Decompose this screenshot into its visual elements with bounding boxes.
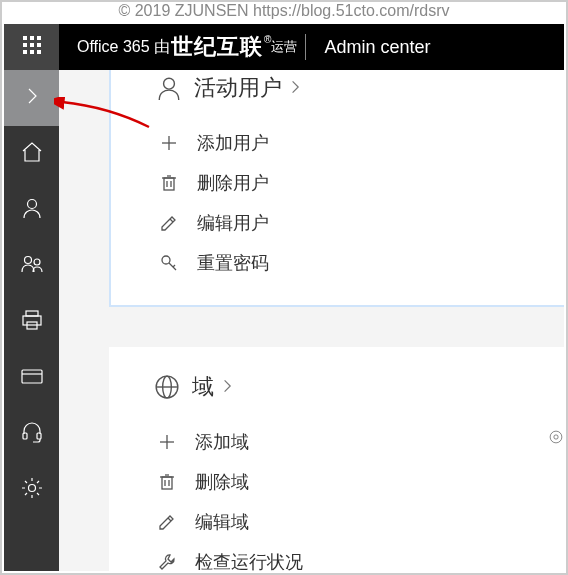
pencil-icon <box>157 512 187 532</box>
sidebar-item-support[interactable] <box>4 406 59 462</box>
app-launcher-button[interactable] <box>4 24 59 70</box>
card-domains: 域 添加域 删除域 <box>109 347 564 571</box>
chevron-right-icon <box>219 374 235 400</box>
svg-line-34 <box>169 263 176 270</box>
user-icon <box>20 196 44 224</box>
svg-rect-2 <box>37 36 41 40</box>
action-label: 重置密码 <box>189 251 269 275</box>
action-add-user[interactable]: 添加用户 <box>159 123 564 163</box>
sidebar-expand-toggle[interactable] <box>4 70 59 126</box>
svg-rect-1 <box>30 36 34 40</box>
action-label: 删除域 <box>187 470 249 494</box>
support-card-peek-icon <box>548 422 564 452</box>
action-label: 添加用户 <box>189 131 269 155</box>
left-nav <box>4 70 59 571</box>
svg-rect-15 <box>22 370 42 383</box>
header-divider <box>305 34 306 60</box>
gear-icon <box>20 476 44 504</box>
reg-mark: ® <box>264 34 271 45</box>
waffle-icon <box>22 35 42 59</box>
action-reset-password[interactable]: 重置密码 <box>159 243 564 283</box>
svg-rect-17 <box>23 433 27 439</box>
credit-card-icon <box>20 364 44 392</box>
card-header-active-users[interactable]: 活动用户 <box>111 70 564 123</box>
svg-rect-7 <box>30 50 34 54</box>
domains-action-list: 添加域 删除域 编辑域 <box>109 422 564 571</box>
svg-point-19 <box>28 485 35 492</box>
svg-rect-0 <box>23 36 27 40</box>
sidebar-item-settings[interactable] <box>4 462 59 518</box>
sidebar-item-resources[interactable] <box>4 294 59 350</box>
brand-prefix: Office 365 由 <box>77 37 170 58</box>
users-action-list: 添加用户 删除用户 编辑用户 <box>111 123 564 305</box>
printer-icon <box>20 308 44 336</box>
svg-rect-12 <box>26 311 38 316</box>
svg-point-33 <box>162 256 170 264</box>
svg-point-22 <box>550 431 562 443</box>
sidebar-item-billing[interactable] <box>4 350 59 406</box>
card-active-users: 活动用户 添加用户 删除用户 <box>109 70 564 307</box>
sidebar-item-users[interactable] <box>4 182 59 238</box>
suite-header: Office 365 由 世纪互联 ® 运营 Admin center <box>4 24 564 70</box>
plus-icon <box>157 432 187 452</box>
brand-label: Office 365 由 世纪互联 ® 运营 Admin center <box>59 32 564 62</box>
home-icon <box>20 140 44 168</box>
action-label: 编辑域 <box>187 510 249 534</box>
card-header-domains[interactable]: 域 <box>109 367 564 422</box>
plus-icon <box>159 133 189 153</box>
svg-rect-13 <box>23 316 41 325</box>
action-add-domain[interactable]: 添加域 <box>157 422 564 462</box>
svg-point-11 <box>34 259 40 265</box>
headset-icon <box>20 420 44 448</box>
key-icon <box>159 253 189 273</box>
svg-rect-18 <box>37 433 41 439</box>
card-title: 活动用户 <box>186 73 287 103</box>
group-icon <box>20 252 44 280</box>
trash-icon <box>159 173 189 193</box>
chevron-right-icon <box>287 75 303 101</box>
trash-icon <box>157 472 187 492</box>
action-delete-domain[interactable]: 删除域 <box>157 462 564 502</box>
sidebar-item-groups[interactable] <box>4 238 59 294</box>
svg-line-35 <box>173 265 175 267</box>
svg-rect-3 <box>23 43 27 47</box>
action-label: 添加域 <box>187 430 249 454</box>
card-title: 域 <box>184 372 219 402</box>
chevron-right-icon <box>22 86 42 110</box>
watermark-text: © 2019 ZJUNSEN https://blog.51cto.com/rd… <box>2 2 566 20</box>
svg-rect-4 <box>30 43 34 47</box>
user-icon <box>156 75 186 101</box>
globe-icon <box>154 374 184 400</box>
svg-point-24 <box>164 78 175 89</box>
svg-rect-41 <box>162 477 172 489</box>
brand-operator: 世纪互联 <box>170 32 264 62</box>
svg-rect-6 <box>23 50 27 54</box>
svg-rect-5 <box>37 43 41 47</box>
action-label: 编辑用户 <box>189 211 269 235</box>
action-label: 检查运行状况 <box>187 550 303 571</box>
svg-rect-8 <box>37 50 41 54</box>
action-check-domain-health[interactable]: 检查运行状况 <box>157 542 564 571</box>
brand-suffix: 运营 <box>271 38 297 56</box>
admin-center-label: Admin center <box>324 37 440 58</box>
svg-point-10 <box>24 257 31 264</box>
action-edit-domain[interactable]: 编辑域 <box>157 502 564 542</box>
action-delete-user[interactable]: 删除用户 <box>159 163 564 203</box>
svg-rect-27 <box>164 178 174 190</box>
content-area: 活动用户 添加用户 删除用户 <box>59 70 564 571</box>
action-edit-user[interactable]: 编辑用户 <box>159 203 564 243</box>
svg-line-32 <box>170 219 173 222</box>
wrench-icon <box>157 552 187 571</box>
svg-line-46 <box>168 518 171 521</box>
sidebar-item-home[interactable] <box>4 126 59 182</box>
action-label: 删除用户 <box>189 171 269 195</box>
pencil-icon <box>159 213 189 233</box>
svg-point-23 <box>554 435 558 439</box>
svg-point-9 <box>27 200 36 209</box>
